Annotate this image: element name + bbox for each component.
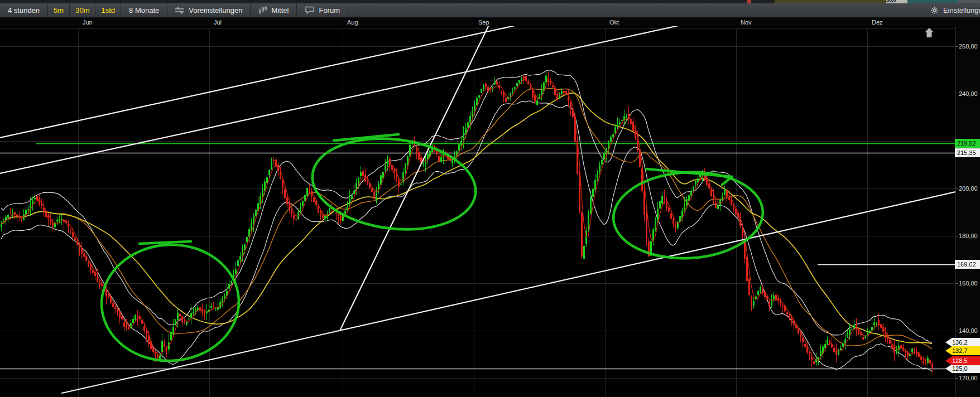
price-tick-label: 160,00 — [959, 280, 978, 287]
button-label: Mittel — [271, 6, 289, 14]
price-marker-tag: 132,7 — [945, 346, 980, 355]
price-marker-tag: 219,52 — [955, 139, 980, 148]
price-tick-label: 240,00 — [959, 90, 978, 97]
price-tick-label: 120,00 — [959, 375, 978, 381]
timeframe-5m-button[interactable]: 5m — [48, 3, 70, 17]
month-label-aug: Aug — [347, 19, 358, 26]
timeframe-4h-button[interactable]: 4 stunden — [0, 3, 48, 17]
month-label-jun: Jun — [83, 19, 93, 26]
month-label-jul: Jul — [214, 19, 222, 26]
price-tick-mark — [956, 94, 958, 94]
price-tick-mark — [956, 331, 958, 331]
gear-icon — [930, 6, 939, 14]
month-label-nov: Nov — [741, 19, 752, 26]
price-tick-label: 180,00 — [959, 233, 978, 239]
price-tick-mark — [956, 283, 958, 284]
settings-label: Einstellungen — [943, 6, 980, 14]
price-tick-label: 200,00 — [959, 185, 978, 192]
button-label: 5m — [54, 6, 64, 14]
price-tick-mark — [956, 46, 958, 47]
timeframe-30m-button[interactable]: 30m — [70, 3, 95, 17]
price-marker-tag: 128,5 — [945, 356, 980, 365]
button-label: 30m — [75, 6, 89, 14]
price-tick-label: 140,00 — [959, 327, 978, 334]
price-tick-label: 260,00 — [959, 43, 978, 50]
price-marker-tag: 169,02 — [955, 260, 980, 269]
sliders-icon — [175, 7, 185, 14]
month-label-sep: Sep — [478, 19, 489, 26]
month-label-okt: Okt — [609, 19, 619, 26]
scroll-up-arrow-icon[interactable] — [924, 28, 935, 38]
trading-chart-app: { "top_strip": { "value_label": "55,0", … — [0, 0, 980, 397]
price-tick-mark — [956, 236, 958, 236]
chart-area: 260,00240,00200,00180,00160,00140,00120,… — [0, 26, 980, 397]
price-marker-tag: 125,0 — [945, 364, 980, 373]
indicators-button[interactable]: Mittel — [251, 3, 297, 17]
settings-button[interactable]: Einstellungen — [930, 3, 980, 17]
price-tick-mark — [956, 378, 958, 379]
button-label: Voreinstellungen — [189, 6, 242, 14]
timeframe-1h-button[interactable]: 1std — [95, 3, 121, 17]
month-label-dez: Dez — [872, 19, 883, 26]
speech-bubble-icon — [305, 6, 315, 14]
button-label: 4 stunden — [8, 6, 40, 14]
chart-toolbar: 4 stunden5m30m1std8 MonateVoreinstellung… — [0, 3, 980, 17]
button-label: Forum — [319, 6, 340, 14]
button-label: 8 Monate — [129, 6, 159, 14]
panel-strip-value: 55,0 — [886, 0, 896, 3]
price-tick-mark — [956, 188, 958, 189]
price-marker-tag: 136,2 — [945, 338, 980, 347]
forum-button[interactable]: Forum — [297, 3, 348, 17]
presets-button[interactable]: Voreinstellungen — [167, 3, 251, 17]
range-8-months-button[interactable]: 8 Monate — [121, 3, 167, 17]
price-marker-tag: 215,35 — [955, 148, 980, 157]
candlestick-chart-canvas[interactable] — [0, 26, 955, 397]
candlestick-icon — [258, 6, 267, 14]
button-label: 1std — [101, 6, 115, 14]
